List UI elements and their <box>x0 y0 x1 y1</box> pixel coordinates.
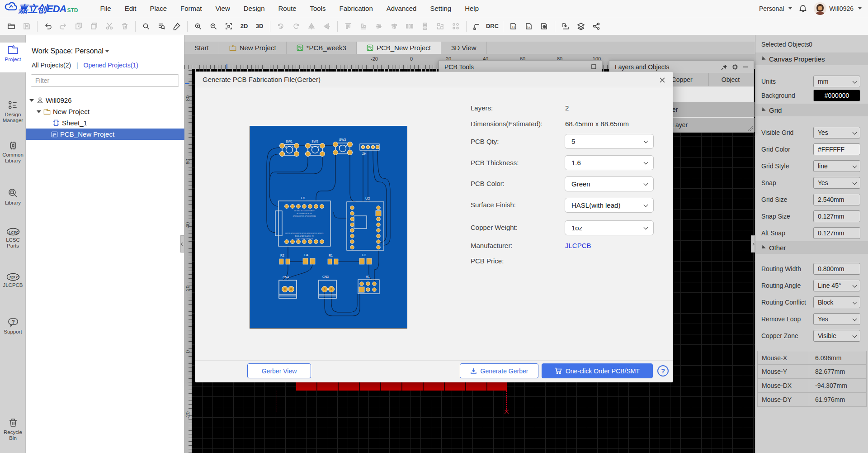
tab-pcb-new-project[interactable]: PCB_New Project <box>357 42 441 54</box>
find-similar-button[interactable] <box>154 19 169 33</box>
bom-export-button[interactable]: B <box>506 19 521 33</box>
pcb-tools-panel-titlebar[interactable]: PCB Tools <box>439 61 602 73</box>
routing-conflict-select[interactable]: Block <box>813 296 860 308</box>
cut-button[interactable] <box>102 19 117 33</box>
alt-snap-field[interactable]: 0.127mm <box>813 227 860 239</box>
close-icon[interactable] <box>657 75 667 85</box>
menu-fabrication[interactable]: Fabrication <box>333 0 380 17</box>
redo-button[interactable] <box>56 19 71 33</box>
tree-node-sheet[interactable]: Sheet_1 <box>26 117 184 129</box>
sidebar-item-design-manager[interactable]: Design Manager <box>0 98 26 124</box>
copper-weight-select[interactable]: 1oz <box>565 220 654 235</box>
tab-start[interactable]: Start <box>184 42 219 54</box>
section-other[interactable]: Other <box>755 241 868 254</box>
filter-input[interactable] <box>31 74 179 87</box>
menu-place[interactable]: Place <box>143 0 174 17</box>
help-icon[interactable]: ? <box>657 365 669 377</box>
pcb-color-select[interactable]: Green <box>565 176 654 191</box>
menu-design[interactable]: Design <box>237 0 272 17</box>
remove-loop-select[interactable]: Yes <box>813 313 860 325</box>
popout-icon[interactable] <box>591 64 596 69</box>
minimize-icon[interactable] <box>743 64 748 70</box>
pin-icon[interactable] <box>721 64 727 70</box>
tree-node-pcb[interactable]: PCB_New Project <box>26 129 184 140</box>
share-button[interactable] <box>589 19 604 33</box>
workspace-selector[interactable]: Work Space: Personal <box>32 47 109 55</box>
grid-color-field[interactable]: #FFFFFF <box>813 143 860 155</box>
expand-arrow-icon[interactable] <box>29 99 34 102</box>
snap-select[interactable]: Yes <box>813 177 860 189</box>
sidebar-item-jlcpcb[interactable]: J@LC JLCPCB <box>0 271 26 293</box>
align-middle-button[interactable] <box>371 19 387 33</box>
menu-route[interactable]: Route <box>271 0 303 17</box>
tab-new-project[interactable]: New Project <box>219 42 287 54</box>
surface-finish-select[interactable]: HASL(with lead) <box>565 198 654 213</box>
align-center-button[interactable] <box>387 19 402 33</box>
manufacturer-link[interactable]: JLCPCB <box>565 242 591 249</box>
collapse-right-panel-handle[interactable] <box>751 235 755 253</box>
undo-button[interactable] <box>40 19 56 33</box>
align-top-button[interactable] <box>340 19 356 33</box>
zoom-out-button[interactable] <box>206 19 221 33</box>
copy-button[interactable] <box>86 19 102 33</box>
tab-pcb-week3[interactable]: *PCB_week3 <box>287 42 357 54</box>
gerber-view-button[interactable]: Gerber View <box>247 363 311 378</box>
expand-arrow-icon[interactable] <box>37 110 41 113</box>
gear-icon[interactable] <box>732 64 738 70</box>
flip-horizontal-button[interactable] <box>304 19 319 33</box>
menu-view[interactable]: View <box>209 0 237 17</box>
pcb-qty-select[interactable]: 5 <box>565 134 654 149</box>
pcb-thickness-select[interactable]: 1.6 <box>565 155 654 170</box>
menu-help[interactable]: Help <box>458 0 486 17</box>
paste-button[interactable] <box>71 19 86 33</box>
distribute-vertical-button[interactable] <box>417 19 433 33</box>
pattern-button[interactable] <box>448 19 463 33</box>
all-projects-link[interactable]: All Projects(2) <box>32 62 71 69</box>
notifications-button[interactable] <box>798 4 807 13</box>
zoom-in-button[interactable] <box>190 19 206 33</box>
units-select[interactable]: mm <box>813 76 860 87</box>
menu-file[interactable]: File <box>93 0 118 17</box>
find-button[interactable] <box>138 19 154 33</box>
routing-width-field[interactable]: 0.800mm <box>813 263 860 275</box>
open-project-button[interactable] <box>4 19 19 33</box>
sidebar-item-recycle-bin[interactable]: Recycle Bin <box>0 415 26 443</box>
tab-3d-view[interactable]: 3D View <box>441 42 487 54</box>
tab-object[interactable]: Object <box>709 73 752 86</box>
section-canvas-properties[interactable]: Canvas Properties <box>755 52 868 65</box>
measure-button[interactable] <box>169 19 184 33</box>
flip-vertical-button[interactable] <box>319 19 335 33</box>
sidebar-item-library[interactable]: Library <box>0 186 26 207</box>
drc-button[interactable]: DRC <box>485 19 500 33</box>
save-button[interactable] <box>19 19 34 33</box>
route-button[interactable] <box>469 19 485 33</box>
gerber-export-button[interactable]: G <box>521 19 537 33</box>
delete-button[interactable] <box>117 19 132 33</box>
visible-grid-select[interactable]: Yes <box>813 127 860 138</box>
import-changes-button[interactable] <box>558 19 573 33</box>
copper-zone-select[interactable]: Visible <box>813 330 860 342</box>
align-bottom-button[interactable] <box>356 19 371 33</box>
layers-panel-titlebar[interactable]: Layers and Objects <box>609 61 754 73</box>
grid-size-field[interactable]: 2.540mm <box>813 194 860 205</box>
menu-format[interactable]: Format <box>174 0 209 17</box>
rotate-left-button[interactable] <box>273 19 288 33</box>
user-menu[interactable]: Will0926 <box>814 2 862 15</box>
snap-size-field[interactable]: 0.127mm <box>813 210 860 222</box>
rotate-right-button[interactable] <box>288 19 304 33</box>
opened-projects-link[interactable]: Opened Projects(1) <box>84 62 138 69</box>
sidebar-item-project[interactable]: Project <box>0 43 26 72</box>
layer-manager-button[interactable] <box>573 19 589 33</box>
collapse-left-panel-handle[interactable] <box>180 235 184 253</box>
tree-node-user[interactable]: Will0926 <box>26 95 184 106</box>
group-button[interactable] <box>433 19 448 33</box>
distribute-horizontal-button[interactable] <box>402 19 417 33</box>
zoom-fit-button[interactable] <box>221 19 236 33</box>
menu-edit[interactable]: Edit <box>118 0 143 17</box>
routing-angle-select[interactable]: Line 45° <box>813 280 860 291</box>
dialog-titlebar[interactable]: Generate PCB Fabrication File(Gerber) <box>195 72 673 87</box>
menu-advanced[interactable]: Advanced <box>380 0 424 17</box>
workspace-switcher[interactable]: Personal <box>759 5 792 12</box>
sidebar-item-lcsc-parts[interactable]: LCSC LCSC Parts <box>0 226 26 254</box>
background-color-swatch[interactable]: #000000 <box>813 90 860 101</box>
